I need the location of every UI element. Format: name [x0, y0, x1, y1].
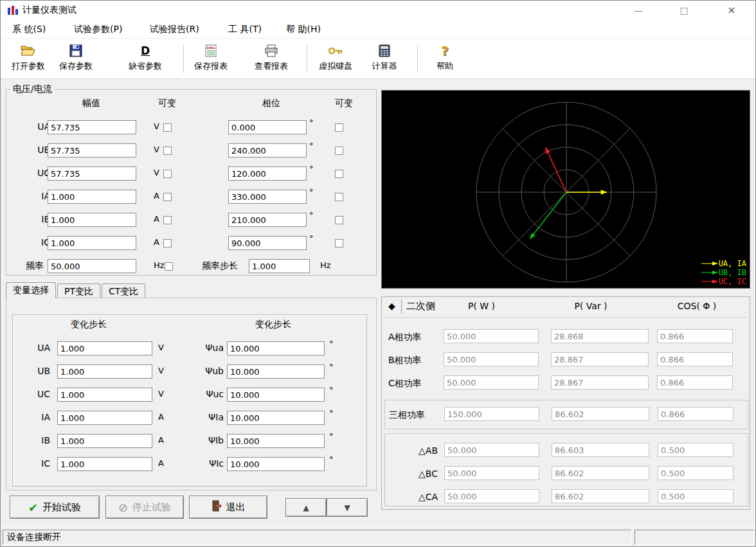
uc-step-input[interactable] [57, 388, 152, 402]
tab-pt-ratio[interactable]: PT变比 [57, 283, 100, 298]
ub-step-input[interactable] [57, 364, 152, 379]
close-button[interactable]: × [716, 1, 748, 20]
uc-phase-input[interactable] [228, 166, 307, 181]
result-row-delta-ab: △AB [385, 443, 748, 458]
toolbar-open-params-button[interactable]: 打开参数 [6, 42, 51, 77]
unit-label: V [154, 121, 159, 131]
scroll-up-button[interactable]: ▲ [285, 498, 327, 517]
degree-label: ° [329, 431, 334, 441]
unit-label: V [154, 145, 159, 154]
row-label: △AB [392, 445, 438, 456]
unit-label: Hz [320, 260, 331, 270]
ic-step-input[interactable] [57, 457, 152, 471]
frequency-step-input[interactable] [249, 259, 310, 273]
row-label: A相功率 [388, 332, 422, 343]
ub-phase-var-checkbox[interactable] [335, 147, 343, 155]
row-label: IC [32, 458, 50, 469]
cos-phi-column-header: COS( Φ ) [663, 301, 730, 311]
step-row-ub: UB V Ψub ° [13, 364, 368, 380]
ia-phase-var-checkbox[interactable] [335, 193, 343, 201]
toolbar-help-button[interactable]: ? 帮助 [422, 42, 467, 77]
unit-label: A [154, 191, 159, 201]
ib-phase-step-input[interactable] [227, 434, 325, 448]
ia-phase-step-input[interactable] [227, 411, 325, 425]
c-phase-reactive-power-field [551, 375, 649, 390]
uc-phase-step-input[interactable] [227, 388, 325, 402]
ua-phase-input[interactable] [228, 120, 307, 134]
ic-phase-step-input[interactable] [227, 457, 325, 471]
ib-amplitude-input[interactable] [48, 213, 136, 227]
toolbar-label: 帮助 [437, 60, 453, 72]
step-size-group: 变化步长 变化步长 UA V Ψua ° UB V Ψub ° [12, 314, 367, 487]
three-phase-power-box: 三相功率 [384, 400, 748, 429]
row-label: IA [32, 412, 50, 422]
ic-amplitude-var-checkbox[interactable] [163, 239, 172, 247]
ua-amplitude-input[interactable] [48, 120, 136, 134]
toolbar-calculator-button[interactable]: 计算器 [362, 42, 407, 77]
delta-ca-reactive-power-field [552, 489, 649, 503]
toolbar-default-params-button[interactable]: D 缺省参数 [123, 42, 168, 77]
exit-button[interactable]: 退出 [189, 496, 267, 519]
unit-label: A [158, 412, 164, 422]
start-test-button[interactable]: ✔ 开始试验 [10, 496, 100, 519]
ub-phase-step-input[interactable] [227, 364, 325, 379]
ic-phase-var-checkbox[interactable] [335, 239, 343, 247]
frequency-var-checkbox[interactable] [165, 262, 173, 271]
a-phase-active-power-field [444, 329, 539, 343]
app-window: 计量仪表测试 — □ × 系 统(S) 试验参数(P) 试验报告(R) 工 具(… [0, 0, 756, 547]
delta-ab-reactive-power-field [552, 443, 649, 457]
delta-power-box: △AB △BC △CA [384, 433, 748, 507]
phase-step-label: Ψua [197, 343, 224, 353]
amplitude-column-header: 幅值 [72, 98, 111, 109]
ub-phase-input[interactable] [228, 143, 307, 157]
ua-phase-step-input[interactable] [227, 341, 325, 355]
ib-phase-var-checkbox[interactable] [335, 216, 343, 224]
ua-amplitude-var-checkbox[interactable] [163, 123, 172, 132]
uc-amplitude-input[interactable] [48, 166, 136, 181]
tab-ct-ratio[interactable]: CT变比 [102, 283, 145, 298]
unit-label: Hz [154, 260, 165, 270]
uc-amplitude-var-checkbox[interactable] [163, 170, 172, 178]
titlebar: 计量仪表测试 — □ × [1, 1, 755, 20]
ib-phase-input[interactable] [228, 213, 307, 227]
uc-phase-var-checkbox[interactable] [335, 170, 343, 178]
current-row-ib: IB A ° [6, 213, 377, 228]
ib-amplitude-var-checkbox[interactable] [163, 216, 172, 224]
toolbar-label: 虚拟键盘 [319, 60, 352, 72]
ua-step-input[interactable] [57, 341, 152, 355]
ia-amplitude-input[interactable] [48, 190, 136, 204]
frequency-input[interactable] [48, 259, 136, 273]
printer-icon [264, 42, 278, 59]
scroll-down-button[interactable]: ▼ [327, 498, 368, 517]
ua-phase-var-checkbox[interactable] [335, 123, 343, 132]
toolbar-view-report-button[interactable]: 查看报表 [249, 42, 294, 77]
maximize-button[interactable]: □ [668, 1, 700, 20]
three-phase-cos-field [658, 407, 734, 421]
ub-amplitude-var-checkbox[interactable] [163, 147, 172, 155]
ia-amplitude-var-checkbox[interactable] [163, 193, 172, 201]
help-icon: ? [441, 42, 449, 59]
minimize-button[interactable]: — [622, 1, 654, 20]
status-message: 设备连接断开 [3, 530, 631, 545]
menu-help[interactable]: 帮 助(H) [284, 22, 323, 37]
row-label: UB [32, 366, 50, 376]
toolbar-virtual-keyboard-button[interactable]: 虚拟键盘 [313, 42, 358, 77]
ic-phase-input[interactable] [228, 236, 307, 250]
menu-system[interactable]: 系 统(S) [10, 22, 48, 37]
delta-bc-cos-field [658, 466, 734, 480]
toolbar-save-params-button[interactable]: 保存参数 [53, 42, 98, 77]
toolbar-save-report-button[interactable]: EXEL 保存报表 [188, 42, 233, 77]
ia-step-input[interactable] [57, 411, 152, 425]
menu-test-report[interactable]: 试验报告(R) [147, 22, 202, 37]
c-phase-active-power-field [444, 375, 539, 390]
menu-tools[interactable]: 工 具(T) [226, 22, 264, 37]
ic-amplitude-input[interactable] [48, 236, 136, 250]
tab-variable-select[interactable]: 变量选择 [6, 282, 56, 298]
ia-phase-input[interactable] [228, 190, 307, 204]
step-column-header-left: 变化步长 [69, 319, 108, 330]
ib-step-input[interactable] [57, 434, 152, 448]
degree-label: ° [309, 187, 314, 197]
ub-amplitude-input[interactable] [48, 143, 136, 157]
menu-test-params[interactable]: 试验参数(P) [71, 22, 125, 37]
window-title: 计量仪表测试 [22, 4, 76, 16]
